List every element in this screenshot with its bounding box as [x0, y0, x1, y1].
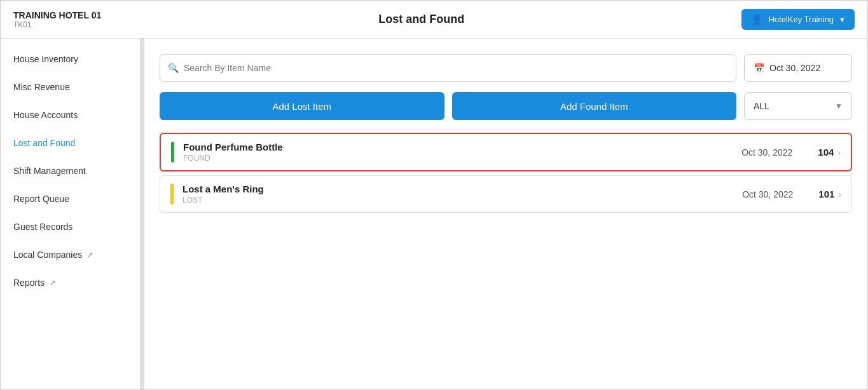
body-wrapper: House Inventory Misc Revenue House Accou… [1, 39, 867, 389]
search-input[interactable] [184, 63, 728, 73]
sidebar-item-label: House Accounts [13, 110, 78, 120]
app-header: TRAINING HOTEL 01 TK01 Lost and Found 👤 … [1, 1, 867, 39]
sidebar-divider [141, 39, 144, 389]
status-indicator-found [171, 142, 174, 163]
sidebar-item-local-companies[interactable]: Local Companies ➚ [1, 241, 140, 269]
main-content: 🔍 📅 Oct 30, 2022 Add Lost Item Add Found… [144, 39, 867, 389]
filter-value: ALL [754, 101, 769, 111]
sidebar-item-shift-management[interactable]: Shift Management [1, 157, 140, 185]
add-found-item-button[interactable]: Add Found Item [452, 92, 737, 120]
item-title: Lost a Men's Ring [183, 184, 717, 194]
sidebar-item-label: Guest Records [13, 222, 72, 232]
sidebar-item-reports[interactable]: Reports ➚ [1, 269, 140, 297]
sidebar-item-house-inventory[interactable]: House Inventory [1, 45, 140, 73]
sidebar-item-report-queue[interactable]: Report Queue [1, 185, 140, 213]
item-status: LOST [183, 196, 717, 205]
date-picker[interactable]: 📅 Oct 30, 2022 [744, 54, 852, 82]
item-id: 104 [818, 147, 834, 158]
sidebar-item-lost-and-found[interactable]: Lost and Found [1, 129, 140, 157]
sidebar: House Inventory Misc Revenue House Accou… [1, 39, 141, 389]
item-status: FOUND [183, 154, 716, 163]
sidebar-item-label: House Inventory [13, 54, 78, 64]
sidebar-item-guest-records[interactable]: Guest Records [1, 213, 140, 241]
sidebar-item-label: Lost and Found [13, 138, 75, 148]
hotel-name: TRAINING HOTEL 01 [13, 10, 101, 20]
chevron-right-icon: › [837, 147, 841, 158]
hotel-info: TRAINING HOTEL 01 TK01 [13, 10, 101, 29]
item-info: Lost a Men's Ring LOST [183, 184, 717, 205]
date-value: Oct 30, 2022 [769, 63, 820, 73]
action-row: Add Lost Item Add Found Item ALL ▼ [160, 92, 852, 120]
item-date: Oct 30, 2022 [741, 147, 792, 158]
toolbar: 🔍 📅 Oct 30, 2022 [160, 54, 852, 82]
sidebar-item-house-accounts[interactable]: House Accounts [1, 101, 140, 129]
chevron-down-icon: ▼ [839, 16, 846, 24]
filter-dropdown[interactable]: ALL ▼ [744, 92, 852, 120]
status-indicator-lost [170, 184, 174, 205]
page-title: Lost and Found [378, 13, 464, 26]
sidebar-item-label: Misc Revenue [13, 82, 70, 92]
search-icon: 🔍 [168, 63, 179, 73]
item-info: Found Perfume Bottle FOUND [183, 142, 716, 163]
sidebar-item-misc-revenue[interactable]: Misc Revenue [1, 73, 140, 101]
items-list: Found Perfume Bottle FOUND Oct 30, 2022 … [160, 133, 852, 217]
add-lost-item-button[interactable]: Add Lost Item [160, 92, 444, 120]
item-date: Oct 30, 2022 [742, 189, 793, 199]
user-label: HotelKey Training [768, 15, 834, 24]
external-link-icon: ➚ [87, 250, 93, 259]
user-menu-button[interactable]: 👤 HotelKey Training ▼ [741, 9, 855, 30]
hotel-code: TK01 [13, 20, 101, 29]
external-link-icon: ➚ [50, 278, 56, 287]
sidebar-item-label: Local Companies [13, 250, 82, 260]
search-wrapper[interactable]: 🔍 [160, 54, 736, 82]
chevron-down-icon: ▼ [835, 102, 843, 111]
user-icon: 👤 [750, 13, 763, 25]
item-id: 101 [818, 189, 834, 199]
chevron-right-icon: › [838, 189, 841, 199]
item-title: Found Perfume Bottle [183, 142, 716, 152]
table-row[interactable]: Lost a Men's Ring LOST Oct 30, 2022 101 … [160, 175, 852, 213]
sidebar-item-label: Report Queue [13, 194, 69, 204]
table-row[interactable]: Found Perfume Bottle FOUND Oct 30, 2022 … [160, 133, 852, 171]
calendar-icon: 📅 [754, 63, 764, 73]
sidebar-item-label: Reports [13, 278, 45, 288]
sidebar-item-label: Shift Management [13, 166, 86, 176]
